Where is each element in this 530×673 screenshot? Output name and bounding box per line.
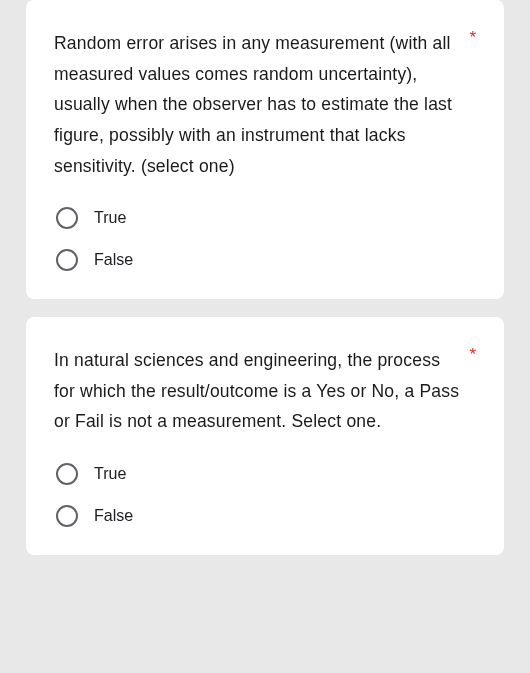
option-false[interactable]: False (54, 249, 476, 271)
radio-icon (56, 249, 78, 271)
required-asterisk: * (469, 345, 476, 365)
radio-icon (56, 207, 78, 229)
radio-icon (56, 505, 78, 527)
option-true[interactable]: True (54, 463, 476, 485)
options-group: True False (54, 207, 476, 271)
question-text-wrap: In natural sciences and engineering, the… (54, 345, 463, 437)
option-true[interactable]: True (54, 207, 476, 229)
question-card: Random error arises in any measurement (… (26, 0, 504, 299)
option-label: False (94, 507, 133, 525)
option-label: True (94, 465, 126, 483)
required-asterisk: * (469, 28, 476, 48)
question-text: Random error arises in any measurement (… (54, 33, 452, 176)
question-text-wrap: Random error arises in any measurement (… (54, 28, 463, 181)
option-label: True (94, 209, 126, 227)
question-card: In natural sciences and engineering, the… (26, 317, 504, 555)
question-header: Random error arises in any measurement (… (54, 28, 476, 181)
option-label: False (94, 251, 133, 269)
radio-icon (56, 463, 78, 485)
option-false[interactable]: False (54, 505, 476, 527)
options-group: True False (54, 463, 476, 527)
question-text: In natural sciences and engineering, the… (54, 350, 459, 431)
question-header: In natural sciences and engineering, the… (54, 345, 476, 437)
